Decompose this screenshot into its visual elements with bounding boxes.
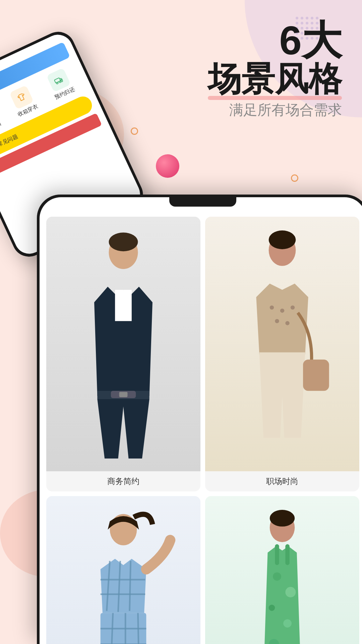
left-phone-content: 托特衣箱 收箱穿衣 [0,30,112,189]
pink-ball-decoration [156,154,179,178]
hero-subtitle: 满足所有场合需求 [208,101,342,119]
style-card-office[interactable]: 职场时尚 [205,217,359,491]
hero-title: 场景风格 [208,60,342,97]
svg-rect-10 [119,392,128,397]
style-card-casual[interactable]: 休闲造型 [46,496,200,644]
hero-title-wrapper: 场景风格 [208,60,342,97]
svg-point-37 [273,572,281,581]
style-card-label-business: 商务简约 [107,471,139,491]
svg-point-2 [56,82,59,84]
phone-right-inner: 商务简约 [40,207,362,644]
icon-wardrobe: 托特衣箱 [0,102,2,136]
title-underline [208,96,342,100]
svg-point-38 [285,587,296,597]
svg-point-36 [270,510,295,527]
svg-rect-44 [285,544,289,565]
svg-rect-7 [115,290,132,321]
faq-label: 常见问题 [0,133,19,148]
style-card-label-office: 职场时尚 [266,471,298,491]
style-card-image-office [205,217,359,471]
phone-notch [169,197,236,207]
hero-da: 大 [302,20,342,60]
svg-point-6 [109,232,138,251]
right-phone-screen: 商务简约 [40,197,362,644]
svg-point-12 [269,230,296,249]
style-card-vacation[interactable]: 度假旅行 1/5 [205,496,359,644]
svg-point-13 [270,306,274,310]
style-card-image-vacation [205,496,359,644]
svg-point-15 [291,306,295,310]
svg-line-22 [130,561,131,611]
svg-rect-43 [275,544,279,565]
style-grid: 商务简约 [46,217,359,644]
icon-clothes: 收箱穿衣 [8,85,39,118]
circle-decoration-2 [291,174,298,182]
style-card-image-business [46,217,200,471]
hero-number: 6 [279,20,302,60]
svg-point-17 [285,321,289,325]
circle-decoration-1 [131,127,138,135]
style-card-image-casual [46,496,200,644]
icon-return: 预约归还 [45,67,76,101]
style-card-business[interactable]: 商务简约 [46,217,200,491]
svg-point-39 [269,605,275,611]
svg-point-40 [283,619,292,628]
svg-rect-18 [303,360,329,391]
svg-point-16 [275,319,279,323]
svg-point-14 [280,309,284,313]
svg-point-4 [61,79,63,82]
right-phone-mockup: 商务简约 [37,195,362,644]
hero-section: 6 大 场景风格 满足所有场合需求 [208,20,342,119]
